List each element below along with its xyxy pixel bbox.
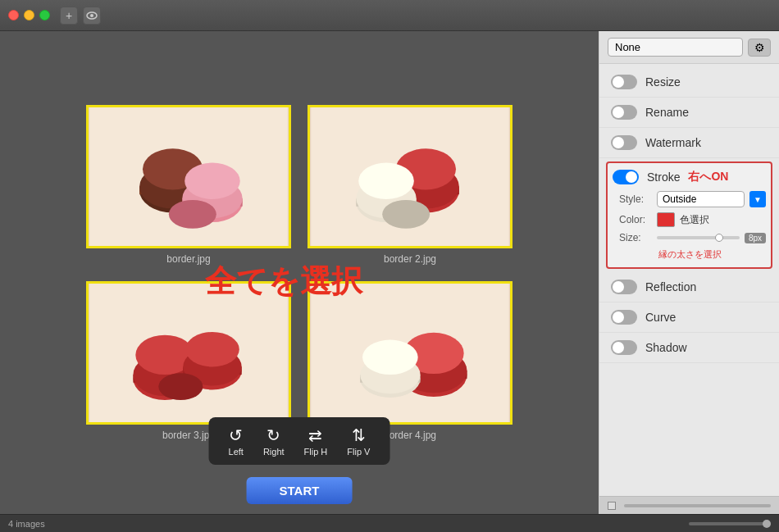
watermark-label: Watermark [645,136,768,149]
stroke-section: Stroke 右へON Style: Outside ▼ Color: [606,161,772,269]
stroke-color-row: Color: 色選択 [619,212,766,227]
image-thumb-4[interactable] [308,281,512,425]
flip-h-button[interactable]: ⇄ Flip H [296,422,336,460]
status-inner [608,502,771,510]
status-slider [689,522,771,525]
bottom-toolbar: ↺ Left ↻ Right ⇄ Flip H ⇅ Flip V [209,417,390,465]
svg-point-20 [358,162,414,198]
rename-toggle[interactable] [611,105,637,120]
image-label-1: border.jpg [166,253,210,265]
stroke-header: Stroke 右へON [613,170,766,184]
svg-point-10 [184,162,240,198]
start-button[interactable]: START [247,477,353,504]
resize-label: Resize [645,75,768,89]
traffic-lights [8,10,50,20]
panel-item-watermark: Watermark [599,128,779,158]
canvas-area: border.jpg [0,31,599,514]
style-select[interactable]: Outside [657,191,745,207]
stroke-toggle[interactable] [613,170,639,184]
color-swatch[interactable] [657,212,675,227]
maximize-button[interactable] [39,10,50,20]
image-label-4: border 4.jpg [384,430,436,441]
color-label: Color: [619,214,652,225]
panel-header: None ⚙ [599,31,779,64]
status-bar: 4 images [0,514,779,532]
gear-button[interactable]: ⚙ [748,39,771,57]
rotate-left-icon: ↺ [229,425,243,445]
panel-bottom-status [599,496,779,514]
image-thumb-3[interactable] [86,281,291,425]
right-panel: None ⚙ Resize Rename Watermark [599,31,779,514]
image-cell-1[interactable]: border.jpg [86,105,291,265]
curve-toggle[interactable] [611,310,637,325]
rotate-right-label: Right [263,447,285,457]
resize-toggle[interactable] [611,75,637,89]
flip-v-icon: ⇅ [352,425,366,445]
panel-item-resize: Resize [599,67,779,98]
panel-dropdown[interactable]: None [608,38,743,57]
stroke-label: Stroke [647,171,680,184]
stroke-on-text: 右へON [688,170,728,184]
svg-point-40 [362,339,418,374]
panel-item-shadow: Shadow [599,333,779,363]
watermark-toggle[interactable] [611,135,637,150]
size-label-text: Size: [619,232,652,243]
titlebar-buttons: + [60,7,101,25]
image-thumb-1[interactable] [86,105,291,248]
svg-point-31 [158,373,203,400]
titlebar: + [0,0,779,31]
panel-slider[interactable] [624,504,771,507]
size-slider[interactable] [657,236,740,239]
reflection-toggle[interactable] [611,280,637,294]
main-layout: border.jpg [0,31,779,514]
zoom-slider[interactable] [689,522,771,525]
reflection-label: Reflection [645,280,768,293]
flip-v-button[interactable]: ⇅ Flip V [339,422,378,460]
add-button[interactable]: + [60,7,78,25]
panel-item-rename: Rename [599,98,779,128]
rotate-left-button[interactable]: ↺ Left [221,422,252,460]
rotate-left-label: Left [229,447,244,457]
panel-item-curve: Curve [599,302,779,333]
curve-label: Curve [645,311,768,324]
eye-button[interactable] [83,7,101,25]
panel-item-reflection: Reflection [599,272,779,302]
svg-point-11 [169,199,216,228]
rotate-right-button[interactable]: ↻ Right [255,422,293,460]
flip-h-icon: ⇄ [308,425,322,445]
rename-label: Rename [645,106,768,119]
image-cell-2[interactable]: border 2.jpg [308,105,512,265]
style-select-arrow[interactable]: ▼ [749,191,766,207]
rotate-right-icon: ↻ [266,425,280,445]
flip-h-label: Flip H [304,447,328,457]
image-label-2: border 2.jpg [384,253,436,265]
flip-v-label: Flip V [347,447,370,457]
size-thumb [715,234,723,242]
close-button[interactable] [8,10,19,20]
stroke-style-row: Style: Outside ▼ [619,191,766,207]
image-label-3: border 3.jpg [162,430,215,441]
panel-items: Resize Rename Watermark Stroke 右へON [599,64,779,496]
stroke-size-row: Size: 8px [619,232,766,243]
minimize-button[interactable] [24,10,34,20]
style-label: Style: [619,193,652,205]
shadow-toggle[interactable] [611,340,637,355]
color-hint: 色選択 [680,213,709,227]
svg-point-1 [90,14,93,17]
image-count: 4 images [8,519,45,529]
size-hint: 縁の太さを選択 [619,248,766,261]
shadow-label: Shadow [645,341,768,354]
svg-point-30 [185,331,239,366]
size-badge: 8px [745,233,766,243]
svg-point-21 [382,199,430,228]
stroke-options: Style: Outside ▼ Color: 色選択 Size: [613,191,766,261]
square-icon [608,502,616,510]
image-grid: border.jpg [61,80,537,466]
image-thumb-2[interactable] [308,105,512,248]
zoom-thumb [763,520,771,528]
